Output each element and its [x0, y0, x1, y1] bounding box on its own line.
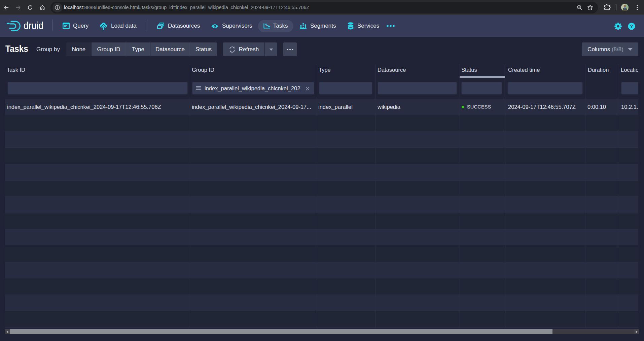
svg-text:?: ? [630, 24, 633, 29]
